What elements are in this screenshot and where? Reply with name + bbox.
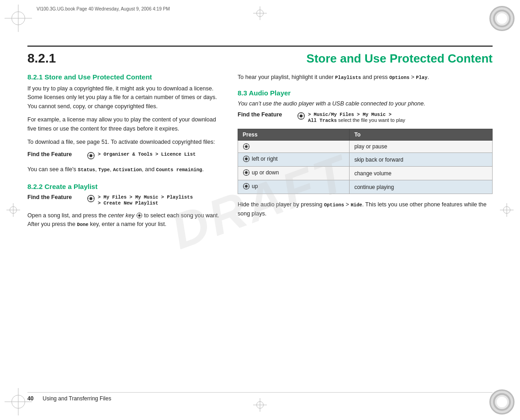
find-feature-2-path: > My Files > My Music > Playlists > Crea… [98, 194, 219, 206]
audio-player-section: 8.3 Audio Player You can’t use the audio… [238, 89, 493, 218]
footer-page-number: 40 [27, 395, 33, 402]
section-heading-bar: 8.2.1 Store and Use Protected Content [27, 46, 493, 66]
italic-note: You can’t use the audio player with a US… [238, 100, 493, 107]
svg-point-31 [245, 158, 248, 160]
svg-point-43 [245, 185, 248, 188]
table-row: up or down change volume [238, 167, 493, 180]
subsection-2-body: Open a song list, and press the center k… [27, 211, 219, 229]
find-feature-2-label: Find the Feature [27, 194, 87, 200]
subsection-1-para-1: If you try to play a copyrighted file, i… [27, 84, 219, 111]
inline-options-hide: Options [324, 202, 344, 208]
subsection-3-title: 8.3 Audio Player [238, 89, 493, 97]
subsection-2-title: 8.2.2 Create a Playlist [27, 183, 219, 190]
table-cell-press-2: left or right [238, 153, 350, 167]
corner-decoration-tr [488, 5, 515, 32]
svg-point-1 [90, 154, 93, 158]
right-side-mark [500, 203, 514, 217]
center-key-icon-inline [136, 212, 143, 219]
find-feature-3-label: Find the Feature [238, 111, 297, 118]
subsection-1-para-3: To download a file, see page 51. To acti… [27, 138, 219, 147]
press-label-3: up or down [252, 169, 279, 176]
find-feature-2: Find the Feature > My Files > My Music >… [27, 194, 219, 206]
svg-point-19 [300, 115, 303, 118]
table-cell-to-4: continue playing [350, 180, 493, 194]
top-center-mark [253, 6, 267, 20]
svg-point-37 [245, 171, 248, 174]
inline-type: Type [98, 167, 110, 173]
center-key-icon-1 [87, 152, 95, 160]
press-icon-4 [243, 183, 250, 190]
find-feature-2-path-line2: > Create New Playlist [98, 200, 158, 206]
press-icon-3 [243, 169, 250, 176]
inline-counts: Counts remaining [156, 167, 202, 173]
inline-hide: Hide [350, 202, 362, 208]
table-cell-to-1: play or pause [350, 141, 493, 153]
center-key-icon-3 [297, 112, 305, 120]
svg-point-7 [90, 197, 93, 200]
subsection-1-after-text: You can see a file's Status, Type, Activ… [27, 165, 219, 174]
find-feature-1-path: > Organiser & Tools > Licence List [98, 151, 219, 157]
table-header-to: To [350, 129, 493, 141]
find-feature-1-label: Find the Feature [27, 151, 87, 158]
inline-playlists: Playlists [335, 75, 361, 80]
book-info: VI100.3G.UG.book Page 40 Wednesday, Augu… [37, 6, 170, 11]
table-header-press: Press [238, 129, 350, 141]
press-label-2: left or right [252, 156, 278, 162]
playlist-text: To hear your playlist, highlight it unde… [238, 73, 493, 82]
page-footer: 40 Using and Transferring Files [27, 392, 493, 402]
inline-options-play: Options [389, 75, 409, 80]
content-area: 8.2.1 Store and Use Protected Content If… [27, 73, 493, 233]
center-key-icon-2 [87, 194, 95, 203]
corner-decoration-tl [5, 5, 32, 32]
find-feature-1: Find the Feature > Organiser & Tools > L… [27, 151, 219, 160]
inline-done: Done [77, 222, 88, 227]
table-cell-press-3: up or down [238, 167, 350, 180]
table-cell-to-2: skip back or forward [350, 153, 493, 167]
find-feature-2-path-line1: > My Files > My Music > Playlists [98, 194, 193, 200]
subsection-1-para-2: For example, a license may allow you to … [27, 116, 219, 133]
after-table-text: Hide the audio player by pressing Option… [238, 200, 493, 218]
page-frame: DRAFT VI100.3G.UG.book Page 40 Wednesday… [0, 0, 520, 420]
find-feature-3: Find the Feature > Music/My Files > My M… [238, 111, 493, 123]
find-feature-3-path: > Music/My Files > My Music > All Tracks… [308, 111, 493, 123]
table-cell-press-4: up [238, 180, 350, 194]
section-title: Store and Use Protected Content [69, 52, 493, 66]
table-row: up continue playing [238, 180, 493, 194]
right-column: To hear your playlist, highlight it unde… [238, 73, 493, 233]
svg-point-13 [138, 215, 140, 217]
left-column: 8.2.1 Store and Use Protected Content If… [27, 73, 219, 233]
press-icon-2 [243, 155, 250, 163]
footer-text: Using and Transferring Files [42, 395, 111, 402]
find-feature-1-path-text: > Organiser & Tools > Licence List [98, 152, 196, 157]
inline-activation: Activation [113, 167, 142, 173]
svg-point-25 [245, 145, 248, 148]
left-side-mark [6, 203, 20, 217]
table-row: play or pause [238, 141, 493, 153]
press-label-4: up [252, 183, 258, 189]
press-icon-1 [243, 143, 250, 150]
subsection-1-title: 8.2.1 Store and Use Protected Content [27, 73, 219, 81]
table-row: left or right skip back or forward [238, 153, 493, 167]
inline-play: Play [416, 75, 427, 80]
section-number: 8.2.1 [27, 51, 56, 66]
table-cell-to-3: change volume [350, 167, 493, 180]
inline-status: Status [78, 167, 95, 173]
table-cell-press-1 [238, 141, 350, 153]
press-table: Press To [238, 129, 493, 194]
